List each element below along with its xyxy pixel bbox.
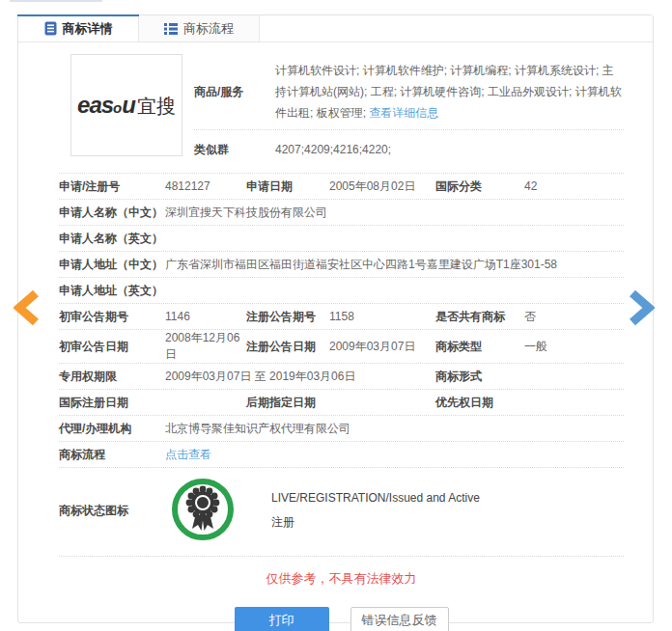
reg-gazette-date-value: 2009年03月07日 xyxy=(329,339,435,355)
status-section: 商标状态图标 xyxy=(59,468,624,557)
is-shared-label: 是否共有商标 xyxy=(435,309,524,325)
address-cn-value: 广东省深圳市福田区福田街道福安社区中心四路1号嘉里建设广场T1座301-58 xyxy=(165,257,624,273)
field-row-gazette-date: 初审公告日期 2008年12月06日 注册公告日期 2009年03月07日 商标… xyxy=(59,330,624,364)
similar-group-value: 4207;4209;4216;4220; xyxy=(275,143,624,156)
exclusive-period-value: 2009年03月07日 至 2019年03月06日 xyxy=(165,369,435,385)
field-row-gazette-no: 初审公告期号 1146 注册公告期号 1158 是否共有商标 否 xyxy=(59,304,624,330)
trademark-detail-card: 商标详情 商标流程 easou宜搜 商品/服务 xyxy=(17,14,654,623)
print-button[interactable]: 打印 xyxy=(235,607,329,631)
exclusive-period-label: 专用权期限 xyxy=(59,369,165,385)
applicant-cn-label: 申请人名称（中文） xyxy=(59,205,165,221)
first-gazette-date-label: 初审公告日期 xyxy=(59,339,165,355)
first-gazette-no-value: 1146 xyxy=(165,310,246,323)
status-line-cn: 注册 xyxy=(271,514,624,531)
button-row: 打印 错误信息反馈 xyxy=(59,607,624,631)
priority-date-label: 优先权日期 xyxy=(435,395,524,411)
list-icon xyxy=(164,22,178,36)
tm-type-label: 商标类型 xyxy=(435,339,524,355)
intl-class-value: 42 xyxy=(524,179,624,193)
address-en-label: 申请人地址（英文） xyxy=(59,283,165,299)
disclaimer-text: 仅供参考，不具有法律效力 xyxy=(59,557,624,591)
process-label: 商标流程 xyxy=(59,447,165,463)
field-row-agency: 代理/办理机构 北京博导聚佳知识产权代理有限公司 xyxy=(59,416,624,442)
page: 商标详情 商标流程 easou宜搜 商品/服务 xyxy=(0,0,672,631)
chevron-left-icon[interactable] xyxy=(14,289,39,330)
field-row-process: 商标流程 点击查看 xyxy=(59,442,624,468)
tab-bar: 商标详情 商标流程 xyxy=(18,15,653,42)
reg-no-value: 4812127 xyxy=(165,179,246,193)
reg-gazette-date-label: 注册公告日期 xyxy=(246,339,329,355)
field-row-registration: 申请/注册号 4812127 申请日期 2005年08月02日 国际分类 42 xyxy=(59,174,624,200)
goods-value: 计算机软件设计; 计算机软件维护; 计算机编程; 计算机系统设计; 主持计算机站… xyxy=(275,54,624,129)
document-icon xyxy=(44,21,57,36)
field-row-intl-dates: 国际注册日期 后期指定日期 优先权日期 xyxy=(59,390,624,416)
tab-label: 商标详情 xyxy=(63,20,113,38)
tm-type-value: 一般 xyxy=(524,339,624,355)
tab-trademark-detail[interactable]: 商标详情 xyxy=(18,15,139,41)
field-row-exclusive-period: 专用权期限 2009年03月07日 至 2019年03月06日 商标形式 xyxy=(59,364,624,390)
field-row-applicant-cn: 申请人名称（中文） 深圳宜搜天下科技股份有限公司 xyxy=(59,200,624,226)
app-date-label: 申请日期 xyxy=(246,178,329,195)
process-view-link[interactable]: 点击查看 xyxy=(165,447,624,463)
detail-content: easou宜搜 商品/服务 计算机软件设计; 计算机软件维护; 计算机编程; 计… xyxy=(18,42,653,631)
field-row-address-cn: 申请人地址（中文） 广东省深圳市福田区福田街道福安社区中心四路1号嘉里建设广场T… xyxy=(59,252,624,278)
tab-label: 商标流程 xyxy=(183,20,234,38)
app-date-value: 2005年08月02日 xyxy=(329,178,435,195)
applicant-cn-value: 深圳宜搜天下科技股份有限公司 xyxy=(165,205,624,221)
reg-no-label: 申请/注册号 xyxy=(59,178,165,195)
first-gazette-no-label: 初审公告期号 xyxy=(59,309,165,325)
is-shared-value: 否 xyxy=(524,309,624,325)
later-designation-date-label: 后期指定日期 xyxy=(246,395,329,411)
goods-label: 商品/服务 xyxy=(194,84,275,100)
reg-gazette-no-value: 1158 xyxy=(329,310,435,323)
feedback-button[interactable]: 错误信息反馈 xyxy=(350,607,449,631)
top-divider xyxy=(10,0,102,2)
status-label: 商标状态图标 xyxy=(59,503,165,519)
goods-detail-link[interactable]: 查看详细信息 xyxy=(369,106,438,120)
chevron-right-icon[interactable] xyxy=(630,289,655,330)
field-row-address-en: 申请人地址（英文） xyxy=(59,278,624,304)
intl-reg-date-label: 国际注册日期 xyxy=(59,395,165,411)
reg-gazette-no-label: 注册公告期号 xyxy=(246,309,329,325)
agency-value: 北京博导聚佳知识产权代理有限公司 xyxy=(165,421,624,437)
status-line-en: LIVE/REGISTRATION/Issued and Active xyxy=(271,491,624,505)
agency-label: 代理/办理机构 xyxy=(59,421,165,437)
field-row-applicant-en: 申请人名称（英文） xyxy=(59,226,624,252)
trademark-image: easou宜搜 xyxy=(70,54,182,156)
easou-logo: easou宜搜 xyxy=(77,92,176,120)
goods-section: easou宜搜 商品/服务 计算机软件设计; 计算机软件维护; 计算机编程; 计… xyxy=(59,54,624,174)
medal-icon xyxy=(171,478,271,544)
address-cn-label: 申请人地址（中文） xyxy=(59,257,165,273)
intl-class-label: 国际分类 xyxy=(435,178,524,195)
tab-trademark-process[interactable]: 商标流程 xyxy=(139,15,260,41)
tm-form-label: 商标形式 xyxy=(435,369,524,385)
first-gazette-date-value: 2008年12月06日 xyxy=(165,330,246,363)
similar-group-label: 类似群 xyxy=(194,142,275,158)
applicant-en-label: 申请人名称（英文） xyxy=(59,231,165,247)
